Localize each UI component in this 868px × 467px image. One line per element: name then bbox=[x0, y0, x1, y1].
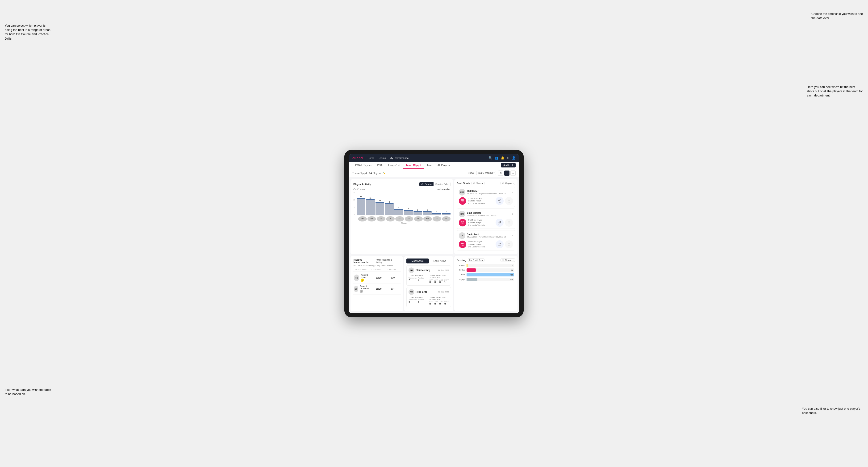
player-avatar[interactable]: LR bbox=[442, 216, 451, 221]
score-bar-wrap: 96 bbox=[467, 269, 514, 272]
bar[interactable] bbox=[366, 199, 375, 215]
all-shots-dropdown[interactable]: All Shots ▾ bbox=[471, 182, 485, 185]
stat-bubble-zero: 0 yds bbox=[505, 240, 513, 248]
stat-bubble-zero: 0 yds bbox=[505, 197, 513, 205]
grid-view-btn[interactable]: ⊞ bbox=[498, 170, 503, 176]
apc-name: Rees Britt bbox=[415, 290, 427, 293]
tab-all-players[interactable]: All Players bbox=[435, 162, 453, 169]
practice-title: Practice Leaderboards bbox=[353, 258, 376, 264]
putt-value: 1 bbox=[444, 281, 449, 283]
lb-row[interactable]: RB Richard Butler 1 19/20 110 bbox=[353, 272, 401, 283]
bar[interactable] bbox=[413, 211, 422, 215]
player-avatar[interactable]: BM bbox=[358, 216, 367, 221]
player-avatar[interactable]: DF bbox=[377, 216, 385, 221]
player-avatar[interactable]: GB bbox=[405, 216, 413, 221]
bar[interactable] bbox=[394, 209, 403, 215]
least-active-tab[interactable]: Least Active bbox=[429, 258, 451, 263]
main-content-grid: Player Activity On Course Practice Drill… bbox=[349, 177, 519, 255]
score-bar-fill bbox=[467, 264, 467, 267]
bar[interactable] bbox=[404, 210, 412, 215]
practice-value: 6 bbox=[418, 279, 424, 281]
drill-dropdown[interactable]: PUTT Must Make Putting ... ▾ bbox=[376, 259, 401, 263]
bar[interactable] bbox=[385, 203, 394, 215]
most-active-tab[interactable]: Most Active bbox=[406, 258, 429, 263]
annotation-mid-right: Here you can see who's hit the best shot… bbox=[807, 85, 863, 98]
chart-dropdown[interactable]: Total Rounds ▾ bbox=[436, 188, 451, 191]
shot-card[interactable]: DF David Ford 24 Aug 2023 · Royal North … bbox=[457, 230, 515, 250]
chevron-right-icon: › bbox=[512, 191, 513, 194]
nav-teams[interactable]: Teams bbox=[378, 157, 386, 159]
lb-row[interactable]: EC Edward Crossman 2 18/20 107 bbox=[353, 283, 401, 294]
bar[interactable] bbox=[432, 213, 441, 215]
apc-avatar: RB bbox=[408, 289, 414, 295]
shot-card[interactable]: MM Matt Miller 09 Jun 2023 · Royal North… bbox=[457, 187, 515, 207]
practice-leaderboards-section: Practice Leaderboards PUTT Must Make Put… bbox=[350, 256, 403, 311]
score-bar-wrap: 499 bbox=[467, 273, 514, 276]
lb-col-player: PLAYER NAME bbox=[354, 268, 371, 270]
plus-circle-icon[interactable]: ⊕ bbox=[507, 156, 509, 160]
bell-icon[interactable]: 🔔 bbox=[501, 156, 504, 160]
chart-sub-title: On Course bbox=[353, 188, 365, 191]
people-icon[interactable]: 👥 bbox=[495, 156, 498, 160]
team-header: Team Clippd | 14 Players ✏️ Show: Last 3… bbox=[349, 169, 519, 177]
timeframe-dropdown[interactable]: Last 3 months ▾ bbox=[476, 171, 496, 175]
player-avatar[interactable]: JC bbox=[386, 216, 395, 221]
table-view-btn[interactable]: ≡ bbox=[510, 170, 516, 176]
all-players-dropdown[interactable]: All Players ▾ bbox=[500, 182, 515, 185]
bar[interactable] bbox=[442, 213, 451, 215]
nav-icons: 🔍 👥 🔔 ⊕ 👤 bbox=[489, 156, 516, 160]
practice-drills-toggle[interactable]: Practice Drills bbox=[434, 182, 450, 186]
score-row: Eagles 3 bbox=[458, 264, 514, 267]
nav-myperformance[interactable]: My Performance bbox=[390, 157, 409, 159]
tab-pga[interactable]: PGA bbox=[374, 162, 385, 169]
chevron-right-icon: › bbox=[512, 212, 513, 216]
player-avatar[interactable]: EC bbox=[433, 216, 441, 221]
tab-bar: PGAT Players PGA Hcaps 1-5 Team Clippd T… bbox=[349, 162, 519, 169]
bars-container: 1312109543322 bbox=[356, 192, 451, 215]
bar[interactable] bbox=[375, 202, 384, 215]
bar-value-label: 3 bbox=[427, 209, 428, 211]
scoring-all-players[interactable]: All Players ▾ bbox=[500, 258, 515, 262]
y-label-10: 10 bbox=[353, 199, 355, 201]
edit-icon[interactable]: ✏️ bbox=[382, 172, 385, 174]
apc-avatar: BM bbox=[408, 268, 414, 273]
bar-value-label: 9 bbox=[389, 201, 390, 203]
apc-date: 02 Sep 2023 bbox=[438, 291, 449, 293]
practice-acts-label: Total Practice Activities bbox=[430, 296, 449, 301]
tab-tour[interactable]: Tour bbox=[424, 162, 434, 169]
active-player-card[interactable]: RB Rees Britt 02 Sep 2023 Total Rounds T… bbox=[406, 287, 451, 307]
best-shots-title: Best Shots bbox=[457, 182, 470, 185]
player-avatar[interactable]: MM bbox=[423, 216, 432, 221]
score-row: Birdies 96 bbox=[458, 269, 514, 272]
player-avatar[interactable]: RB bbox=[368, 216, 376, 221]
score-value: 115 bbox=[510, 278, 513, 280]
nav-home[interactable]: Home bbox=[368, 157, 374, 159]
tab-pgat[interactable]: PGAT Players bbox=[352, 162, 374, 169]
player-name: Blair McHarg bbox=[467, 212, 511, 214]
arg-value: 0 bbox=[439, 281, 444, 283]
shot-card-header: DF David Ford 24 Aug 2023 · Royal North … bbox=[459, 232, 513, 239]
player-avatar[interactable]: RB bbox=[414, 216, 423, 221]
add-team-button[interactable]: Add to all bbox=[501, 163, 516, 167]
total-rounds-label: Total Rounds bbox=[408, 275, 428, 277]
shot-cards-container: MM Matt Miller 09 Jun 2023 · Royal North… bbox=[457, 187, 515, 250]
scoring-filter[interactable]: Par 3, 4 & 5s ▾ bbox=[468, 258, 485, 262]
shot-card-header: MM Matt Miller 09 Jun 2023 · Royal North… bbox=[459, 189, 513, 195]
shot-card[interactable]: BM Blair McHarg 23 Jul 2023 · Ashridge G… bbox=[457, 209, 515, 229]
scoring-bars: Eagles 3 Birdies 96 Pars 499 Bogeys 115 bbox=[457, 264, 515, 281]
user-icon[interactable]: 👤 bbox=[512, 156, 516, 160]
bar[interactable] bbox=[423, 211, 432, 215]
bar[interactable] bbox=[356, 198, 365, 215]
tournament-value: 8 bbox=[408, 301, 417, 303]
list-view-btn[interactable]: ♥ bbox=[504, 170, 509, 176]
shot-text: Shot Dist: 43 yds Start Lie: Rough End L… bbox=[468, 219, 494, 227]
active-player-card[interactable]: BM Blair McHarg 26 Aug 2023 Total Rounds… bbox=[406, 266, 451, 286]
player-avatar[interactable]: EE bbox=[395, 216, 404, 221]
tab-team-clippd[interactable]: Team Clippd bbox=[403, 162, 424, 169]
bar-group: 2 bbox=[432, 211, 441, 215]
tab-hcaps[interactable]: Hcaps 1-5 bbox=[385, 162, 403, 169]
bar-group: 9 bbox=[385, 201, 394, 215]
nav-links: Home Teams My Performance bbox=[368, 157, 484, 159]
search-icon[interactable]: 🔍 bbox=[489, 156, 492, 160]
on-course-toggle[interactable]: On Course bbox=[420, 182, 434, 186]
